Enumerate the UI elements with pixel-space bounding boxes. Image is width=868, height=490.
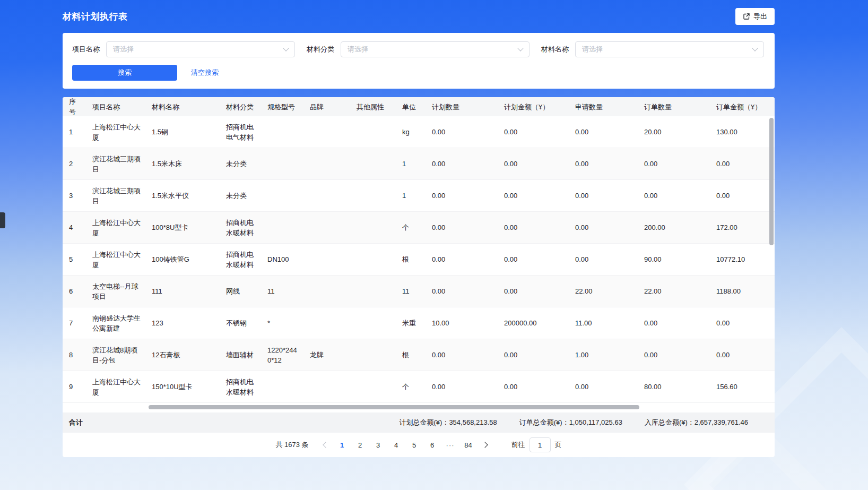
table-cell: kg xyxy=(396,127,426,137)
chevron-left-icon xyxy=(323,442,328,448)
table-cell: 7 xyxy=(63,318,86,328)
prev-page-button[interactable] xyxy=(318,437,333,452)
table-cell: 0.00 xyxy=(498,286,569,296)
column-header: 项目名称 xyxy=(86,102,145,112)
table-row: 8滨江花城8期项目-分包12石膏板墙面辅材1220*2440*12龙牌根0.00… xyxy=(63,339,775,371)
column-header: 材料分类 xyxy=(220,102,261,112)
table-cell: 招商机电水暖材料 xyxy=(220,377,261,397)
table-cell: 0.00 xyxy=(710,350,770,360)
table-cell: 0.00 xyxy=(498,350,569,360)
table-cell: 0.00 xyxy=(710,191,770,201)
page-button[interactable]: 1 xyxy=(334,437,350,452)
chevron-down-icon xyxy=(752,45,758,51)
pagination-bar: 共 1673 条 123456···84 前往 页 xyxy=(63,433,775,457)
table-cell: 0.00 xyxy=(426,350,498,360)
table-cell: 0.00 xyxy=(569,191,638,201)
page-button[interactable]: 2 xyxy=(352,437,368,452)
table-cell: 10.00 xyxy=(426,318,498,328)
page-ellipsis[interactable]: ··· xyxy=(442,437,458,452)
column-header: 其他属性 xyxy=(350,102,396,112)
table-cell: 80.00 xyxy=(638,382,710,392)
table-cell: 0.00 xyxy=(710,318,770,328)
table-cell: 1.5米水平仪 xyxy=(145,191,220,201)
page-button[interactable]: 6 xyxy=(424,437,440,452)
table-cell: 滨江花城三期项目 xyxy=(86,186,145,206)
column-header: 计划金额（¥） xyxy=(498,102,569,112)
table-cell: 200.00 xyxy=(638,222,710,233)
table-cell: 上海松江中心大厦 xyxy=(86,250,145,270)
table-cell: 龙牌 xyxy=(303,350,350,360)
search-button[interactable]: 搜索 xyxy=(72,65,177,81)
page-button[interactable]: 5 xyxy=(406,437,422,452)
table-cell: 200000.00 xyxy=(498,318,569,328)
table-cell: 网线 xyxy=(220,286,261,296)
table-cell: 11.00 xyxy=(569,318,638,328)
table-cell: 10772.10 xyxy=(710,254,770,264)
table-cell: 3 xyxy=(63,191,86,201)
table-cell: 123 xyxy=(145,318,220,328)
page-content: 材料计划执行表 导出 项目名称 请选择 材料分类 xyxy=(63,0,775,457)
horizontal-scrollbar[interactable] xyxy=(149,405,639,409)
material-name-select[interactable]: 请选择 xyxy=(575,41,764,57)
column-header: 品牌 xyxy=(303,102,350,112)
material-category-select[interactable]: 请选择 xyxy=(341,41,530,57)
table-cell: * xyxy=(261,318,303,328)
vertical-scrollbar[interactable] xyxy=(769,118,774,245)
column-header: 申请数量 xyxy=(569,102,638,112)
filter-project: 项目名称 请选择 xyxy=(72,41,295,57)
project-name-placeholder: 请选择 xyxy=(113,45,134,54)
filter-material: 材料名称 请选择 xyxy=(541,41,764,57)
table-cell: 156.60 xyxy=(710,382,770,392)
column-header: 序号 xyxy=(63,97,86,117)
table-row: 5上海松江中心大厦100铸铁管G招商机电水暖材料DN100根0.000.000.… xyxy=(63,244,775,276)
goto-prefix-label: 前往 xyxy=(511,440,525,450)
goto-page-input[interactable] xyxy=(530,437,551,452)
table-cell: 0.00 xyxy=(426,127,498,137)
table-cell: 0.00 xyxy=(569,127,638,137)
table-cell: 未分类 xyxy=(220,159,261,169)
table-row: 3滨江花城三期项目1.5米水平仪未分类10.000.000.000.000.00 xyxy=(63,180,775,212)
table-row: 6太空电梯--月球项目111网线11110.000.0022.0022.0011… xyxy=(63,276,775,307)
summary-item: 订单总金额(¥)：1,050,117,025.63 xyxy=(519,418,622,427)
table-cell: 上海松江中心大厦 xyxy=(86,377,145,397)
table-cell: 招商机电水暖材料 xyxy=(220,250,261,270)
material-name-placeholder: 请选择 xyxy=(582,45,603,54)
sidebar-collapse-handle[interactable] xyxy=(0,212,5,228)
table-cell: 0.00 xyxy=(638,350,710,360)
filter-panel: 项目名称 请选择 材料分类 请选择 材料名称 请选择 xyxy=(63,33,775,89)
column-header: 订单数量 xyxy=(638,102,710,112)
table-cell: 上海松江中心大厦 xyxy=(86,122,145,142)
export-button[interactable]: 导出 xyxy=(735,8,775,25)
table-cell: 太空电梯--月球项目 xyxy=(86,281,145,302)
next-page-button[interactable] xyxy=(478,437,492,452)
table-cell: 个 xyxy=(396,222,426,233)
column-header: 单位 xyxy=(396,102,426,112)
material-category-placeholder: 请选择 xyxy=(348,45,368,54)
page-button[interactable]: 4 xyxy=(388,437,404,452)
table-cell: 0.00 xyxy=(569,159,638,169)
project-name-select[interactable]: 请选择 xyxy=(106,41,295,57)
table-cell: 5 xyxy=(63,254,86,264)
table-header-row: 序号项目名称材料名称材料分类规格型号品牌其他属性单位计划数量计划金额（¥）申请数… xyxy=(63,97,775,116)
table-cell: 1.5钢 xyxy=(145,127,220,137)
clear-search-link[interactable]: 清空搜索 xyxy=(191,68,219,78)
table-cell: 0.00 xyxy=(638,318,710,328)
summary-item: 入库总金额(¥)：2,657,339,761.46 xyxy=(645,418,748,427)
table-cell: 米重 xyxy=(396,318,426,328)
table-cell: 6 xyxy=(63,286,86,296)
table-cell: 9 xyxy=(63,382,86,392)
summary-items: 计划总金额(¥)：354,568,213.58订单总金额(¥)：1,050,11… xyxy=(399,418,775,427)
table-cell: 0.00 xyxy=(498,159,569,169)
goto-page-group: 前往 页 xyxy=(511,437,562,452)
table-cell: 22.00 xyxy=(638,286,710,296)
table-cell: 90.00 xyxy=(638,254,710,264)
export-icon xyxy=(743,13,750,20)
table-cell: 根 xyxy=(396,254,426,264)
page-list: 123456···84 xyxy=(333,437,478,452)
table-cell: 111 xyxy=(145,286,220,296)
column-header: 规格型号 xyxy=(261,102,303,112)
page-button[interactable]: 84 xyxy=(461,437,476,452)
table-cell: 个 xyxy=(396,382,426,392)
page-button[interactable]: 3 xyxy=(370,437,386,452)
table-cell: 南钢盛达大学生公寓新建 xyxy=(86,313,145,333)
